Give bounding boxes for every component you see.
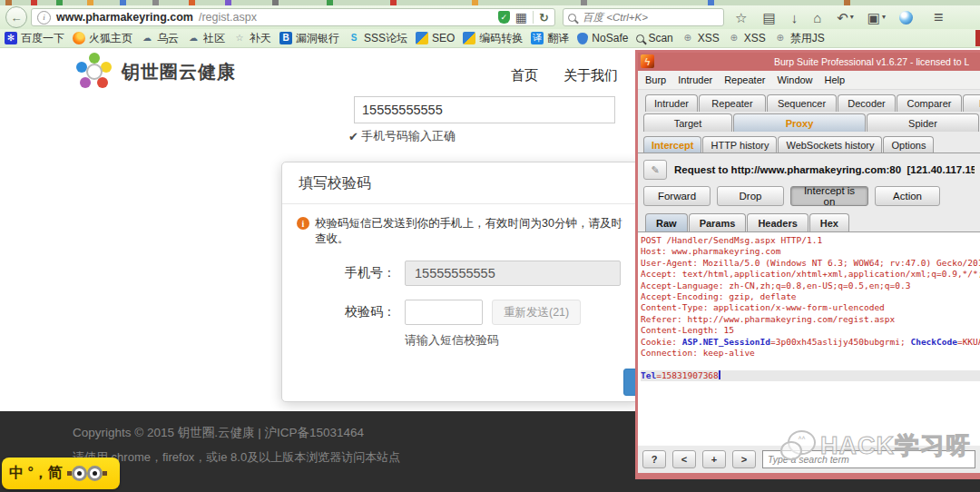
intercept-button[interactable]: Forward [643,186,710,206]
bookmark-label: 补天 [250,31,271,46]
burp-menu-item[interactable]: Window [777,74,812,85]
editor-nav-buttons: ?<+> [642,450,756,468]
request-line: POST /Handler/SendMsg.aspx HTTP/1.1 [641,235,980,246]
raw-request-editor[interactable]: POST /Handler/SendMsg.aspx HTTP/1.1Host:… [638,231,980,445]
burp-tab[interactable]: Proxy [733,113,866,132]
translate-icon: 译 [531,32,544,44]
burp-menu-item[interactable]: Burp [645,74,666,85]
bookmark-item[interactable]: 译 翻译 [531,31,569,46]
bookmark-item[interactable]: SEO [416,32,455,44]
burp-tab[interactable]: Intruder [645,94,698,112]
phone-row: 手机号： 15555555555 [282,261,640,286]
code-help-text: 请输入短信校验码 [405,332,640,349]
history-undo-icon[interactable]: ↶▾ [837,11,854,25]
burp-subtab[interactable]: Options [883,136,934,153]
burp-tab[interactable]: Spider [867,113,979,132]
reload-icon[interactable]: ↻ [539,11,549,25]
downloads-icon[interactable]: ↓ [791,11,800,25]
burp-tab[interactable]: Decoder [838,94,896,112]
baidu-icon: ✻ [5,32,17,44]
editor-nav-button[interactable]: < [672,450,696,468]
view-tab[interactable]: Raw [645,213,688,231]
cloud-icon: ☁ [187,32,200,44]
proxy-ball-icon[interactable] [899,11,913,25]
burp-menu-item[interactable]: Intruder [678,74,712,85]
bookmark-item[interactable]: ☆ 补天 [233,31,271,46]
modal-alert-text: 校验码短信已发送到你的手机上，有效时间为30分钟，请及时查收。 [315,216,625,247]
brand-logo[interactable]: 钥世圈云健康 [76,54,236,90]
burp-tab[interactable]: Target [643,113,732,132]
ime-mode-text: 中 °，简 [9,464,63,483]
bookmark-label: 漏洞银行 [296,31,339,46]
adblock-shield-icon[interactable]: ✓ [498,11,510,24]
burp-tab[interactable]: Comparer [897,94,962,112]
burp-tabs-row1: IntruderRepeaterSequencerDecoderComparer… [638,93,980,112]
ime-bar[interactable]: 中 °，简 [2,458,120,489]
bookmark-item[interactable]: 编码转换 [463,31,523,46]
search-box[interactable] [563,8,724,26]
burp-proxy-subtabs: InterceptHTTP historyWebSockets historyO… [638,133,980,153]
view-tab[interactable]: Hex [809,213,849,231]
editor-nav-button[interactable]: > [732,450,756,468]
home-icon[interactable]: ⌂ [813,11,823,25]
bookmark-item[interactable]: ⊕ XSS [728,32,766,44]
bookmark-item[interactable]: ✻ 百度一下 [5,31,64,46]
phone-field[interactable] [354,96,615,123]
burp-tab[interactable]: Repeater [699,94,766,112]
nav-item[interactable]: 关于我们 [564,67,618,84]
verification-modal: 填写校验码 i 校验码短信已发送到你的手机上，有效时间为30分钟，请及时查收。 … [281,162,641,402]
comment-pencil-icon[interactable]: ✎ [643,160,667,180]
burp-menu-item[interactable]: Repeater [724,74,765,85]
modal-alert: i 校验码短信已发送到你的手机上，有效时间为30分钟，请及时查收。 [297,216,625,247]
editor-nav-button[interactable]: ? [642,450,666,468]
burp-subtab[interactable]: WebSockets history [778,136,882,153]
reading-list-icon[interactable]: ▤ [762,11,777,25]
menu-icon[interactable]: ≡ [934,9,946,25]
bookmark-item[interactable]: ☁ 社区 [187,31,225,46]
bookmark-item[interactable]: NoSafe [577,32,628,44]
editor-nav-button[interactable]: + [702,450,726,468]
nav-item[interactable]: 首页 [511,67,538,84]
bookmark-item[interactable]: S SSS论坛 [348,31,407,46]
url-domain: www.pharmakeyring.com [56,11,193,24]
bookmark-item[interactable]: 火狐主页 [73,31,132,46]
bookmark-label: Scan [648,32,672,44]
bookmark-item[interactable]: Scan [636,32,672,44]
editor-search-input[interactable] [762,450,975,468]
burp-tab[interactable]: Sequencer [767,94,837,112]
request-info-row: ✎ Request to http://www.pharmakeyring.co… [643,160,975,180]
burp-subtab[interactable]: HTTP history [702,136,777,153]
request-line: Referer: http://www.pharmakeyring.com/re… [641,314,980,325]
bookmark-item[interactable]: B 漏洞银行 [279,31,339,46]
screenshot-icon[interactable]: ▣▾ [867,11,886,25]
intercept-button[interactable]: Drop [717,186,784,206]
text-cursor [719,370,720,379]
intercept-button[interactable]: Action [875,186,940,206]
burp-menu-item[interactable]: Help [825,74,846,85]
search-input[interactable] [581,11,719,24]
brand-logo-icon [76,54,113,90]
burp-subtab[interactable]: Intercept [643,136,701,153]
burp-titlebar[interactable]: ϟ Burp Suite Professional v1.6.27 - lice… [638,53,980,71]
code-input[interactable] [405,300,483,325]
bookmark-item[interactable]: ⊕ XSS [681,32,720,44]
cloud-icon: ☁ [141,32,153,44]
site-info-icon[interactable]: i [37,11,51,25]
bookmark-star-icon[interactable]: ☆ [735,11,749,25]
phone-label: 手机号： [282,265,405,281]
back-button[interactable]: ← [5,6,27,28]
url-bar[interactable]: i www.pharmakeyring.com /regist.aspx ✓ ▦… [31,8,555,26]
bookmark-label: 翻译 [547,31,569,46]
bookmark-item[interactable]: ⊕ 禁用JS [774,31,825,46]
burp-tab[interactable]: Extender [963,94,980,112]
intercept-buttons: ForwardDropIntercept is onAction [643,186,975,206]
check-icon: ✔ [348,130,358,143]
modal-title: 填写校验码 [282,162,640,203]
view-tab[interactable]: Headers [747,213,808,231]
qr-code-icon[interactable]: ▦ [515,11,527,24]
view-tab[interactable]: Params [689,213,747,231]
resend-button[interactable]: 重新发送(21) [492,300,581,325]
intercept-button[interactable]: Intercept is on [790,186,868,206]
bookmark-item[interactable]: ☁ 乌云 [141,31,179,46]
search-icon [568,14,576,22]
